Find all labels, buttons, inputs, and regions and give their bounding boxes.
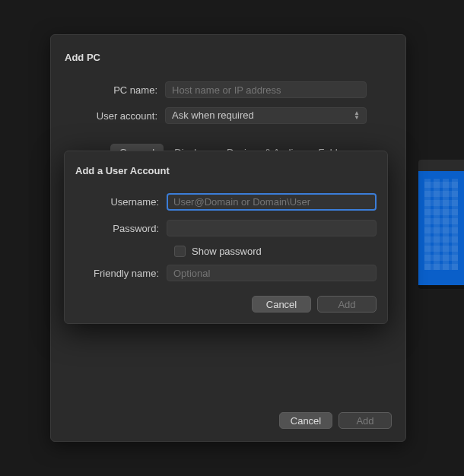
modal-button-row: Cancel Add (252, 296, 377, 313)
user-account-select[interactable]: Ask when required ▲▼ (165, 107, 367, 124)
user-account-value: Ask when required (172, 108, 254, 123)
add-user-account-dialog: Add a User Account Username: Password: S… (64, 151, 388, 324)
password-row: Password: (75, 220, 377, 236)
friendly-name-label: Friendly name: (75, 268, 167, 279)
username-input[interactable] (167, 193, 377, 211)
modal-add-button[interactable]: Add (317, 296, 377, 313)
user-account-label: User account: (65, 110, 165, 122)
password-label: Password: (75, 223, 167, 234)
modal-title: Add a User Account (75, 165, 377, 176)
pc-name-row: PC name: (65, 81, 392, 98)
username-label: Username: (75, 196, 167, 208)
chevron-updown-icon: ▲▼ (354, 111, 360, 120)
show-password-checkbox[interactable] (174, 246, 186, 257)
panel-cancel-button[interactable]: Cancel (279, 412, 332, 429)
panel-title: Add PC (65, 52, 392, 63)
user-account-row: User account: Ask when required ▲▼ (65, 107, 392, 124)
pc-name-label: PC name: (65, 84, 165, 96)
show-password-row: Show password (174, 246, 377, 257)
password-input[interactable] (167, 220, 377, 236)
username-row: Username: (75, 193, 377, 211)
friendly-name-row: Friendly name: (75, 265, 377, 281)
panel-button-row: Cancel Add (279, 412, 392, 429)
desktop-thumbnail[interactable] (418, 160, 464, 289)
panel-add-button[interactable]: Add (338, 412, 392, 429)
pc-name-input[interactable] (165, 81, 367, 98)
modal-cancel-button[interactable]: Cancel (252, 296, 311, 313)
show-password-label: Show password (192, 246, 262, 257)
friendly-name-input[interactable] (167, 265, 377, 281)
